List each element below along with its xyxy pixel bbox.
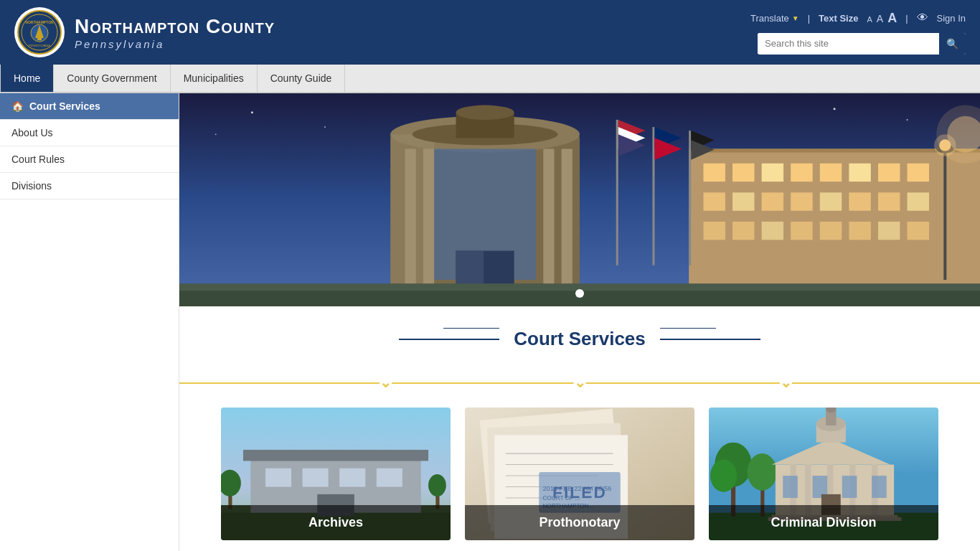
sign-in-link[interactable]: Sign In bbox=[937, 13, 966, 24]
chevron-divider: ⌄ ⌄ ⌄ bbox=[179, 372, 980, 393]
search-button[interactable]: 🔍 bbox=[939, 33, 966, 55]
svg-rect-46 bbox=[562, 149, 573, 294]
svg-text:2016 FEB 22  AM 10:56: 2016 FEB 22 AM 10:56 bbox=[542, 485, 611, 492]
sidebar-item-court-rules[interactable]: Court Rules bbox=[0, 146, 179, 173]
svg-rect-79 bbox=[377, 468, 402, 487]
accessibility-icon[interactable]: 👁 bbox=[917, 11, 928, 24]
sidebar-item-divisions[interactable]: Divisions bbox=[0, 173, 179, 199]
svg-rect-78 bbox=[339, 468, 365, 487]
title-line-right bbox=[660, 339, 760, 340]
svg-rect-45 bbox=[543, 149, 554, 294]
svg-point-8 bbox=[324, 126, 326, 128]
cards-container: Archives bbox=[179, 408, 980, 551]
svg-rect-31 bbox=[732, 222, 754, 240]
svg-rect-120 bbox=[872, 476, 887, 498]
sidebar-item-about-us[interactable]: About Us bbox=[0, 120, 179, 146]
svg-rect-22 bbox=[703, 192, 725, 210]
text-size-controls: A A A bbox=[867, 11, 897, 26]
svg-rect-19 bbox=[849, 164, 870, 182]
sidebar: 🏠 Court Services About Us Court Rules Di… bbox=[0, 93, 179, 551]
svg-rect-29 bbox=[908, 192, 929, 210]
translate-button[interactable]: Translate ▼ bbox=[750, 13, 799, 24]
card-criminal-division[interactable]: Criminal Division bbox=[709, 408, 938, 540]
header-tools: Translate ▼ | Text Size A A A | 👁 Sign I… bbox=[750, 11, 966, 26]
nav-county-guide[interactable]: County Guide bbox=[258, 65, 346, 92]
svg-rect-77 bbox=[303, 468, 329, 487]
text-size-small[interactable]: A bbox=[867, 15, 872, 24]
county-seal: NORTHAMPTON PENNSYLVANIA bbox=[14, 7, 65, 57]
divider2: | bbox=[905, 13, 908, 24]
section-title: Court Services bbox=[499, 328, 660, 350]
svg-rect-25 bbox=[791, 192, 812, 210]
svg-rect-15 bbox=[732, 164, 754, 182]
svg-rect-26 bbox=[820, 192, 842, 210]
chevron-icon-2: ⌄ bbox=[574, 374, 586, 391]
translate-arrow-icon: ▼ bbox=[792, 14, 799, 22]
sidebar-item-court-services[interactable]: 🏠 Court Services bbox=[0, 93, 179, 120]
svg-point-84 bbox=[428, 474, 446, 496]
search-input[interactable] bbox=[758, 33, 939, 54]
chevron-icon-3: ⌄ bbox=[780, 374, 792, 391]
svg-rect-44 bbox=[423, 149, 434, 294]
svg-rect-36 bbox=[878, 222, 900, 240]
svg-rect-52 bbox=[943, 149, 946, 280]
svg-rect-76 bbox=[265, 468, 291, 487]
svg-rect-17 bbox=[791, 164, 812, 182]
svg-rect-23 bbox=[732, 192, 754, 210]
divider: | bbox=[808, 13, 810, 24]
text-size-large[interactable]: A bbox=[887, 11, 897, 26]
svg-rect-117 bbox=[783, 476, 798, 498]
card-archives[interactable]: Archives bbox=[221, 408, 451, 540]
card-criminal-division-label: Criminal Division bbox=[709, 505, 938, 540]
svg-point-105 bbox=[748, 453, 777, 491]
svg-rect-16 bbox=[762, 164, 783, 182]
svg-rect-63 bbox=[689, 131, 691, 265]
svg-rect-43 bbox=[405, 149, 416, 294]
svg-point-11 bbox=[215, 133, 217, 135]
nav-county-government[interactable]: County Government bbox=[54, 65, 170, 92]
navbar: Home County Government Municipalities Co… bbox=[0, 65, 980, 93]
svg-point-9 bbox=[834, 108, 836, 110]
svg-rect-35 bbox=[849, 222, 870, 240]
svg-rect-32 bbox=[762, 222, 783, 240]
svg-text:COURT OF ...: COURT OF ... bbox=[542, 495, 580, 501]
svg-rect-34 bbox=[820, 222, 842, 240]
text-size-label: Text Size bbox=[819, 13, 858, 24]
svg-point-103 bbox=[710, 459, 737, 491]
svg-rect-60 bbox=[652, 127, 654, 265]
svg-point-10 bbox=[907, 119, 908, 121]
svg-rect-37 bbox=[908, 222, 929, 240]
text-size-medium[interactable]: A bbox=[877, 13, 883, 24]
svg-point-7 bbox=[251, 111, 253, 113]
chevron-icon-1: ⌄ bbox=[380, 374, 392, 391]
carousel-dot-1[interactable] bbox=[575, 289, 584, 298]
nav-home[interactable]: Home bbox=[0, 65, 54, 92]
svg-rect-24 bbox=[762, 192, 783, 210]
svg-text:NORTHAMPTON: NORTHAMPTON bbox=[25, 20, 54, 24]
header-left: NORTHAMPTON PENNSYLVANIA Northampton Cou… bbox=[14, 7, 275, 57]
header-title: Northampton County Pennsylvania bbox=[75, 15, 275, 50]
svg-rect-21 bbox=[908, 164, 929, 182]
main-container: 🏠 Court Services About Us Court Rules Di… bbox=[0, 93, 980, 551]
svg-rect-14 bbox=[703, 164, 725, 182]
svg-rect-18 bbox=[820, 164, 842, 182]
carousel-dots bbox=[575, 289, 584, 298]
svg-rect-20 bbox=[878, 164, 900, 182]
svg-rect-5 bbox=[37, 34, 42, 40]
nav-municipalities[interactable]: Municipalities bbox=[171, 65, 258, 92]
svg-rect-119 bbox=[842, 476, 857, 498]
header: NORTHAMPTON PENNSYLVANIA Northampton Cou… bbox=[0, 0, 980, 65]
card-prothonotary[interactable]: FILED 2016 FEB 22 AM 10:56 COURT OF ... … bbox=[465, 408, 694, 540]
svg-rect-33 bbox=[791, 222, 812, 240]
svg-rect-27 bbox=[849, 192, 870, 210]
title-line: Court Services bbox=[194, 328, 966, 350]
title-line-left bbox=[399, 339, 499, 340]
svg-rect-56 bbox=[616, 120, 618, 265]
card-archives-label: Archives bbox=[221, 505, 451, 540]
search-box: 🔍 bbox=[758, 33, 966, 55]
svg-rect-28 bbox=[878, 192, 900, 210]
county-state: Pennsylvania bbox=[75, 38, 275, 50]
header-right: Translate ▼ | Text Size A A A | 👁 Sign I… bbox=[750, 11, 966, 55]
svg-text:PENNSYLVANIA: PENNSYLVANIA bbox=[29, 44, 50, 47]
hero-banner bbox=[179, 93, 980, 306]
